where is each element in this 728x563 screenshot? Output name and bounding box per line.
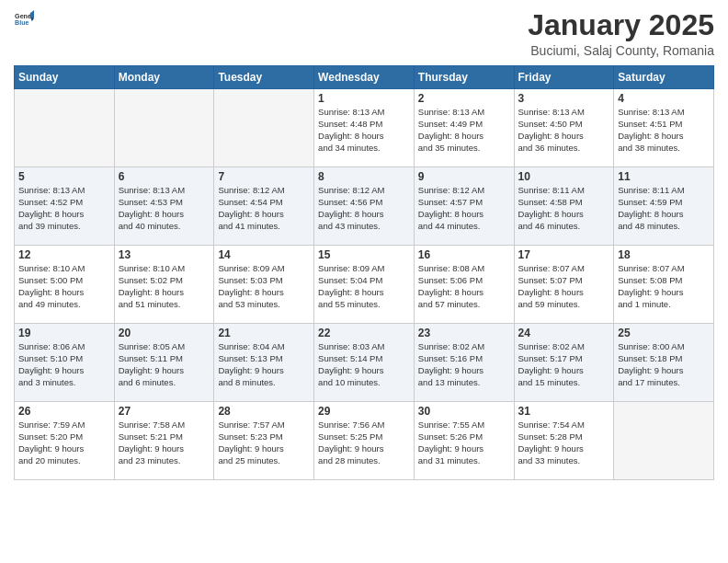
- day-info: Sunrise: 8:06 AM Sunset: 5:10 PM Dayligh…: [18, 341, 110, 388]
- day-info: Sunrise: 8:13 AM Sunset: 4:49 PM Dayligh…: [418, 107, 510, 154]
- day-number: 24: [518, 327, 610, 339]
- day-number: 6: [119, 170, 210, 183]
- calendar-cell: [114, 89, 214, 167]
- calendar-cell: 3Sunrise: 8:13 AM Sunset: 4:50 PM Daylig…: [514, 89, 614, 167]
- day-number: 4: [618, 92, 710, 105]
- day-info: Sunrise: 8:10 AM Sunset: 5:00 PM Dayligh…: [18, 263, 110, 310]
- day-number: 8: [318, 170, 410, 183]
- day-info: Sunrise: 8:03 AM Sunset: 5:14 PM Dayligh…: [318, 341, 410, 388]
- calendar-cell: 24Sunrise: 8:02 AM Sunset: 5:17 PM Dayli…: [514, 324, 614, 402]
- calendar-cell: 30Sunrise: 7:55 AM Sunset: 5:26 PM Dayli…: [414, 402, 514, 480]
- day-number: 5: [18, 170, 110, 183]
- calendar-week-2: 5Sunrise: 8:13 AM Sunset: 4:52 PM Daylig…: [15, 167, 714, 246]
- weekday-header-thursday: Thursday: [414, 66, 514, 89]
- day-info: Sunrise: 8:10 AM Sunset: 5:02 PM Dayligh…: [119, 263, 210, 310]
- day-info: Sunrise: 8:09 AM Sunset: 5:04 PM Dayligh…: [318, 263, 410, 310]
- calendar-cell: 26Sunrise: 7:59 AM Sunset: 5:20 PM Dayli…: [15, 402, 115, 480]
- day-info: Sunrise: 8:08 AM Sunset: 5:06 PM Dayligh…: [418, 263, 510, 310]
- calendar-cell: 20Sunrise: 8:05 AM Sunset: 5:11 PM Dayli…: [114, 324, 214, 402]
- calendar-week-1: 1Sunrise: 8:13 AM Sunset: 4:48 PM Daylig…: [15, 89, 714, 167]
- calendar-cell: 9Sunrise: 8:12 AM Sunset: 4:57 PM Daylig…: [414, 167, 514, 246]
- calendar-cell: [15, 89, 115, 167]
- day-info: Sunrise: 7:56 AM Sunset: 5:25 PM Dayligh…: [318, 419, 410, 466]
- calendar-cell: 8Sunrise: 8:12 AM Sunset: 4:56 PM Daylig…: [314, 167, 415, 246]
- calendar-page: General Blue January 2025 Buciumi, Salaj…: [0, 0, 728, 563]
- calendar-cell: 17Sunrise: 8:07 AM Sunset: 5:07 PM Dayli…: [514, 246, 614, 324]
- day-info: Sunrise: 8:07 AM Sunset: 5:07 PM Dayligh…: [518, 263, 610, 310]
- day-number: 29: [318, 405, 410, 418]
- day-info: Sunrise: 8:02 AM Sunset: 5:16 PM Dayligh…: [418, 341, 510, 388]
- day-info: Sunrise: 8:02 AM Sunset: 5:17 PM Dayligh…: [518, 341, 610, 388]
- calendar-cell: 19Sunrise: 8:06 AM Sunset: 5:10 PM Dayli…: [15, 324, 115, 402]
- day-number: 15: [318, 248, 410, 261]
- calendar-title: January 2025: [528, 9, 714, 41]
- calendar-cell: 14Sunrise: 8:09 AM Sunset: 5:03 PM Dayli…: [214, 246, 314, 324]
- calendar-week-3: 12Sunrise: 8:10 AM Sunset: 5:00 PM Dayli…: [15, 246, 714, 324]
- day-number: 26: [18, 405, 110, 418]
- calendar-cell: 11Sunrise: 8:11 AM Sunset: 4:59 PM Dayli…: [614, 167, 714, 246]
- calendar-cell: 7Sunrise: 8:12 AM Sunset: 4:54 PM Daylig…: [214, 167, 314, 246]
- calendar-cell: 21Sunrise: 8:04 AM Sunset: 5:13 PM Dayli…: [214, 324, 314, 402]
- calendar-cell: [214, 89, 314, 167]
- day-number: 16: [418, 248, 510, 261]
- weekday-header-sunday: Sunday: [15, 66, 115, 89]
- day-info: Sunrise: 8:12 AM Sunset: 4:56 PM Dayligh…: [318, 185, 410, 232]
- day-info: Sunrise: 7:54 AM Sunset: 5:28 PM Dayligh…: [518, 419, 610, 466]
- day-number: 9: [418, 170, 510, 183]
- day-number: 3: [518, 92, 610, 105]
- day-number: 25: [618, 327, 710, 339]
- day-info: Sunrise: 7:55 AM Sunset: 5:26 PM Dayligh…: [418, 419, 510, 466]
- day-info: Sunrise: 8:07 AM Sunset: 5:08 PM Dayligh…: [618, 263, 710, 310]
- logo-icon: General Blue: [14, 9, 34, 29]
- day-info: Sunrise: 8:05 AM Sunset: 5:11 PM Dayligh…: [119, 341, 210, 388]
- day-number: 20: [119, 327, 210, 339]
- day-info: Sunrise: 8:04 AM Sunset: 5:13 PM Dayligh…: [218, 341, 310, 388]
- day-number: 17: [518, 248, 610, 261]
- day-info: Sunrise: 8:13 AM Sunset: 4:53 PM Dayligh…: [119, 185, 210, 232]
- calendar-cell: 15Sunrise: 8:09 AM Sunset: 5:04 PM Dayli…: [314, 246, 415, 324]
- weekday-header-monday: Monday: [114, 66, 214, 89]
- day-info: Sunrise: 7:58 AM Sunset: 5:21 PM Dayligh…: [119, 419, 210, 466]
- header: General Blue January 2025 Buciumi, Salaj…: [14, 9, 714, 58]
- day-number: 7: [218, 170, 310, 183]
- day-number: 10: [518, 170, 610, 183]
- calendar-cell: 1Sunrise: 8:13 AM Sunset: 4:48 PM Daylig…: [314, 89, 415, 167]
- day-number: 31: [518, 405, 610, 418]
- calendar-subtitle: Buciumi, Salaj County, Romania: [528, 43, 714, 58]
- calendar-cell: 13Sunrise: 8:10 AM Sunset: 5:02 PM Dayli…: [114, 246, 214, 324]
- day-info: Sunrise: 8:11 AM Sunset: 4:58 PM Dayligh…: [518, 185, 610, 232]
- calendar-cell: 2Sunrise: 8:13 AM Sunset: 4:49 PM Daylig…: [414, 89, 514, 167]
- day-number: 18: [618, 248, 710, 261]
- day-number: 13: [119, 248, 210, 261]
- calendar-table: SundayMondayTuesdayWednesdayThursdayFrid…: [14, 65, 714, 480]
- svg-text:Blue: Blue: [15, 19, 29, 27]
- day-number: 27: [119, 405, 210, 418]
- calendar-cell: 27Sunrise: 7:58 AM Sunset: 5:21 PM Dayli…: [114, 402, 214, 480]
- day-number: 22: [318, 327, 410, 339]
- day-info: Sunrise: 8:12 AM Sunset: 4:54 PM Dayligh…: [218, 185, 310, 232]
- calendar-cell: 22Sunrise: 8:03 AM Sunset: 5:14 PM Dayli…: [314, 324, 415, 402]
- day-number: 11: [618, 170, 710, 183]
- calendar-cell: 10Sunrise: 8:11 AM Sunset: 4:58 PM Dayli…: [514, 167, 614, 246]
- day-number: 2: [418, 92, 510, 105]
- day-info: Sunrise: 7:57 AM Sunset: 5:23 PM Dayligh…: [218, 419, 310, 466]
- day-info: Sunrise: 8:11 AM Sunset: 4:59 PM Dayligh…: [618, 185, 710, 232]
- day-number: 1: [318, 92, 410, 105]
- calendar-week-5: 26Sunrise: 7:59 AM Sunset: 5:20 PM Dayli…: [15, 402, 714, 480]
- day-info: Sunrise: 8:12 AM Sunset: 4:57 PM Dayligh…: [418, 185, 510, 232]
- calendar-week-4: 19Sunrise: 8:06 AM Sunset: 5:10 PM Dayli…: [15, 324, 714, 402]
- day-info: Sunrise: 8:00 AM Sunset: 5:18 PM Dayligh…: [618, 341, 710, 388]
- day-number: 21: [218, 327, 310, 339]
- day-number: 30: [418, 405, 510, 418]
- calendar-cell: 29Sunrise: 7:56 AM Sunset: 5:25 PM Dayli…: [314, 402, 415, 480]
- logo: General Blue: [14, 9, 34, 29]
- calendar-cell: 25Sunrise: 8:00 AM Sunset: 5:18 PM Dayli…: [614, 324, 714, 402]
- calendar-cell: 12Sunrise: 8:10 AM Sunset: 5:00 PM Dayli…: [15, 246, 115, 324]
- title-block: January 2025 Buciumi, Salaj County, Roma…: [528, 9, 714, 58]
- day-info: Sunrise: 8:13 AM Sunset: 4:50 PM Dayligh…: [518, 107, 610, 154]
- day-info: Sunrise: 8:09 AM Sunset: 5:03 PM Dayligh…: [218, 263, 310, 310]
- day-number: 19: [18, 327, 110, 339]
- weekday-header-wednesday: Wednesday: [314, 66, 415, 89]
- weekday-header-saturday: Saturday: [614, 66, 714, 89]
- day-number: 14: [218, 248, 310, 261]
